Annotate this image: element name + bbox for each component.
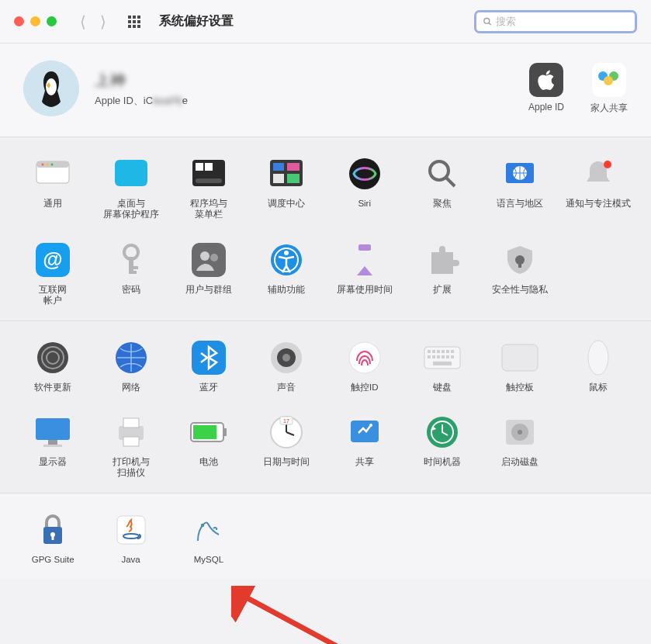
pref-pane-language[interactable]: 语言与地区 [481,151,559,223]
pref-pane-gpg-suite[interactable]: GPG Suite [14,507,92,568]
pref-pane-mouse[interactable]: 鼠标 [559,335,637,396]
pref-pane-label: 触控板 [506,382,534,393]
pref-pane-desktop[interactable]: 桌面与屏幕保护程序 [92,151,169,223]
pref-pane-java[interactable]: Java [92,507,169,568]
svg-point-9 [42,164,44,166]
pref-pane-printers[interactable]: 打印机与扫描仪 [92,410,169,482]
account-info: 上神 Apple ID、iCloud与e [95,70,528,108]
pref-pane-label: 通用 [43,198,62,209]
spotlight-icon [423,154,462,193]
pref-pane-users-groups[interactable]: 用户与群组 [170,237,248,310]
account-subtitle: Apple ID、iCloud与e [95,94,528,108]
nav-forward-button[interactable]: ⟩ [100,12,106,31]
svg-rect-65 [433,362,452,365]
svg-rect-75 [223,428,227,436]
pref-section-0: 通用桌面与屏幕保护程序程序坞与菜单栏调度中心Siri聚焦语言与地区通知与专注模式… [0,137,651,320]
svg-rect-14 [196,163,203,171]
pref-pane-sharing[interactable]: 共享 [326,410,403,482]
svg-rect-16 [196,178,222,183]
pref-pane-trackpad[interactable]: 触控板 [481,335,559,396]
startup-disk-icon [500,413,539,452]
svg-rect-68 [36,418,70,440]
pref-pane-general[interactable]: 通用 [14,151,92,223]
svg-point-11 [51,164,54,166]
svg-line-24 [446,178,455,186]
svg-point-23 [430,161,448,180]
pref-pane-label: 鼠标 [589,382,608,393]
pref-pane-battery[interactable]: 电池 [170,410,248,482]
svg-rect-12 [115,160,147,186]
date-time-icon: 17 [267,413,306,452]
pref-pane-label: Java [121,554,140,565]
pref-pane-time-machine[interactable]: 时间机器 [403,410,481,482]
mysql-icon [189,511,228,549]
svg-point-94 [202,524,203,525]
show-all-grid-button[interactable] [128,16,140,28]
pref-pane-label: 通知与专注模式 [566,198,631,209]
pref-pane-mission-control[interactable]: 调度中心 [248,151,325,223]
svg-point-27 [604,161,611,168]
pref-pane-startup-disk[interactable]: 启动磁盘 [481,410,559,482]
pref-pane-label: 触控ID [351,382,379,393]
pref-pane-label: 电池 [199,456,218,467]
pref-pane-label: 共享 [355,456,374,467]
svg-point-6 [604,76,613,85]
pref-pane-spotlight[interactable]: 聚焦 [403,151,481,223]
svg-rect-34 [192,243,226,277]
fullscreen-window-button[interactable] [47,16,57,26]
gpg-suite-icon [33,511,72,549]
pref-pane-internet-accounts[interactable]: @互联网帐户 [14,237,92,310]
pref-pane-label: 扩展 [433,284,452,295]
pref-section-1: 软件更新网络蓝牙声音触控ID键盘触控板鼠标显示器打印机与扫描仪电池17日期与时间… [0,320,651,493]
svg-line-1 [489,23,491,25]
pref-pane-label: 用户与群组 [185,284,232,295]
pref-pane-displays[interactable]: 显示器 [14,410,92,482]
pref-pane-siri[interactable]: Siri [326,151,403,223]
pref-pane-date-time[interactable]: 17日期与时间 [248,410,325,482]
search-input[interactable] [496,16,628,27]
apple-id-label: Apple ID [528,102,564,113]
svg-point-36 [210,254,218,261]
search-field[interactable] [474,10,637,33]
pref-pane-network[interactable]: 网络 [92,335,169,396]
window-toolbar: ⟨ ⟩ 系统偏好设置 [0,0,651,43]
svg-point-50 [282,354,290,362]
screen-time-icon [345,241,384,279]
mouse-icon [579,338,618,377]
pref-pane-accessibility[interactable]: 辅助功能 [248,237,325,310]
pref-pane-extensions[interactable]: 扩展 [403,237,481,310]
nav-back-button[interactable]: ⟨ [80,12,86,31]
svg-rect-76 [193,425,216,439]
pref-pane-passwords[interactable]: 密码 [92,237,169,310]
svg-rect-20 [273,174,284,183]
family-sharing-pane[interactable]: 家人共享 [590,63,628,115]
svg-rect-40 [358,244,371,251]
keyboard-icon [423,338,462,377]
pref-pane-security[interactable]: 安全性与隐私 [481,237,559,310]
svg-rect-62 [442,355,445,358]
security-icon [500,241,539,279]
pref-section-2: GPG SuiteJavaMySQL [0,493,651,579]
software-update-icon [33,338,72,377]
pref-pane-screen-time[interactable]: 屏幕使用时间 [326,237,403,310]
svg-rect-82 [351,421,379,442]
pref-pane-keyboard[interactable]: 键盘 [403,335,481,396]
svg-rect-42 [518,261,521,268]
pref-pane-software-update[interactable]: 软件更新 [14,335,92,396]
apple-id-pane[interactable]: Apple ID [528,63,564,115]
svg-point-51 [349,342,380,373]
pref-pane-sound[interactable]: 声音 [248,335,325,396]
pref-pane-dock[interactable]: 程序坞与菜单栏 [170,151,248,223]
pref-pane-notifications[interactable]: 通知与专注模式 [559,151,637,223]
apple-logo-icon [529,63,563,97]
pref-pane-mysql[interactable]: MySQL [170,507,248,568]
close-window-button[interactable] [14,16,24,26]
pref-pane-touch-id[interactable]: 触控ID [326,335,403,396]
svg-rect-55 [437,350,440,353]
account-name: 上神 [95,70,528,91]
account-avatar[interactable] [23,61,79,116]
svg-rect-64 [451,355,454,358]
minimize-window-button[interactable] [30,16,40,26]
family-sharing-icon [592,63,626,97]
pref-pane-bluetooth[interactable]: 蓝牙 [170,335,248,396]
